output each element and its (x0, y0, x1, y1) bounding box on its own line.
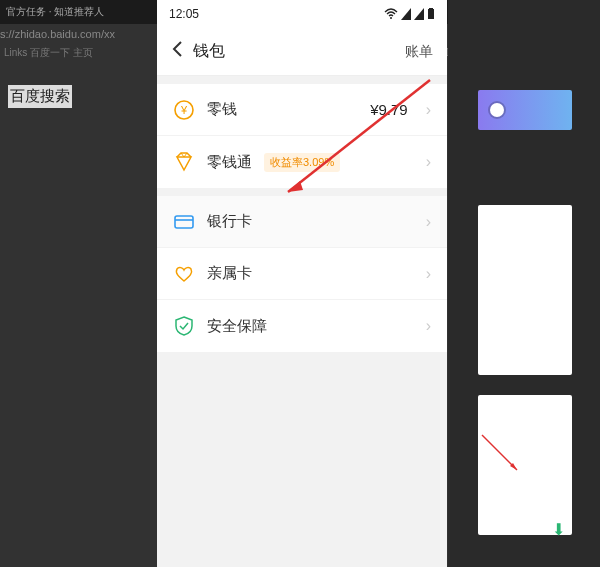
row-bankcard[interactable]: 银行卡 › (157, 196, 447, 248)
background-right-panel: ⬇ (448, 0, 600, 567)
status-bar: 12:05 (157, 0, 447, 28)
bg-search-text: 百度搜索 (8, 85, 72, 108)
svg-marker-3 (401, 8, 411, 20)
heart-icon (173, 263, 195, 285)
svg-marker-9 (177, 157, 191, 170)
wifi-icon (384, 8, 398, 20)
signal-icon-2 (414, 8, 424, 20)
status-icons (384, 8, 435, 20)
row-change-plus[interactable]: 零钱通 收益率3.09% › (157, 136, 447, 188)
chevron-right-icon: › (426, 317, 431, 335)
yield-badge: 收益率3.09% (264, 153, 340, 172)
battery-icon (427, 8, 435, 20)
app-header: 钱包 账单 (157, 28, 447, 76)
row-change[interactable]: ¥ 零钱 ¥9.79 › (157, 84, 447, 136)
coin-icon: ¥ (173, 99, 195, 121)
svg-text:¥: ¥ (180, 104, 188, 116)
phone-screen: 12:05 钱包 账单 ¥ 零钱 ¥9.79 › (157, 0, 447, 567)
bankcard-icon (173, 211, 195, 233)
diamond-icon (173, 151, 195, 173)
svg-rect-12 (175, 216, 193, 228)
chevron-right-icon: › (426, 101, 431, 119)
shield-icon (173, 315, 195, 337)
row-value: ¥9.79 (370, 101, 408, 118)
back-button[interactable] (171, 40, 183, 63)
row-security[interactable]: 安全保障 › (157, 300, 447, 352)
svg-rect-5 (428, 9, 434, 19)
bill-link[interactable]: 账单 (405, 43, 433, 61)
browser-url: s://zhidao.baidu.com/xx (0, 28, 115, 40)
row-family-card[interactable]: 亲属卡 › (157, 248, 447, 300)
row-label: 安全保障 (207, 317, 267, 336)
chevron-right-icon: › (426, 265, 431, 283)
group-cards: 银行卡 › 亲属卡 › 安全保障 › (157, 196, 447, 352)
chevron-right-icon: › (426, 213, 431, 231)
svg-point-2 (390, 17, 392, 19)
signal-icon (401, 8, 411, 20)
download-icon: ⬇ (552, 520, 565, 539)
svg-rect-6 (429, 8, 433, 9)
row-label: 零钱 (207, 100, 237, 119)
svg-marker-4 (414, 8, 424, 20)
chevron-right-icon: › (426, 153, 431, 171)
status-time: 12:05 (169, 7, 199, 21)
header-title: 钱包 (193, 41, 225, 62)
row-label: 零钱通 (207, 153, 252, 172)
row-label: 亲属卡 (207, 264, 252, 283)
row-label: 银行卡 (207, 212, 252, 231)
group-balance: ¥ 零钱 ¥9.79 › 零钱通 收益率3.09% › (157, 84, 447, 188)
browser-bookmarks: Links 百度一下 主页 (4, 46, 93, 60)
